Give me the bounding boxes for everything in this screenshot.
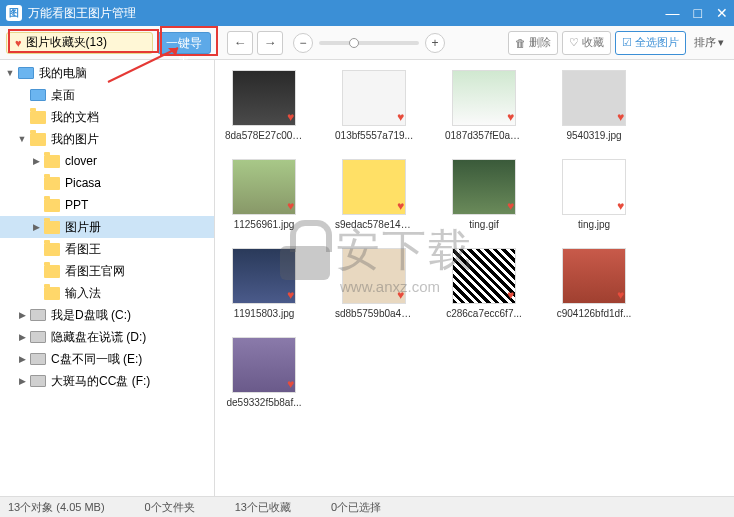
forward-button[interactable]: → (257, 31, 283, 55)
tree-arrow-icon[interactable]: ▶ (16, 376, 28, 386)
thumbnail-item-3[interactable]: ♥9540319.jpg (555, 70, 633, 141)
thumbnail-image[interactable]: ♥ (232, 337, 296, 393)
tree-arrow-icon[interactable]: ▶ (30, 156, 42, 166)
tree-item-label: 看图王官网 (65, 263, 125, 280)
thumbnail-item-4[interactable]: ♥11256961.jpg (225, 159, 303, 230)
thumbnail-item-0[interactable]: ♥8da578E27c00b... (225, 70, 303, 141)
folder-icon (30, 111, 46, 124)
heart-badge-icon: ♥ (397, 199, 404, 213)
thumbnail-label: ting.jpg (555, 219, 633, 230)
zoom-in-button[interactable]: + (425, 33, 445, 53)
tree-item-label: 图片册 (65, 219, 101, 236)
zoom-slider[interactable] (319, 41, 419, 45)
tree-item-7[interactable]: ▶图片册 (0, 216, 214, 238)
folder-icon (44, 155, 60, 168)
tree-item-label: C盘不同一哦 (E:) (51, 351, 142, 368)
thumbnail-image[interactable]: ♥ (562, 159, 626, 215)
thumbnail-image[interactable]: ♥ (562, 70, 626, 126)
thumbnail-item-8[interactable]: ♥11915803.jpg (225, 248, 303, 319)
thumbnail-image[interactable]: ♥ (452, 159, 516, 215)
thumbnail-label: de59332f5b8af... (225, 397, 303, 408)
check-icon: ☑ (622, 36, 632, 49)
tree-arrow-icon[interactable]: ▼ (16, 134, 28, 144)
tree-item-6[interactable]: PPT (0, 194, 214, 216)
tree-item-12[interactable]: ▶隐藏盘在说谎 (D:) (0, 326, 214, 348)
thumbnail-item-5[interactable]: ♥s9edac578e144... (335, 159, 413, 230)
thumbnail-item-11[interactable]: ♥c904126bfd1df... (555, 248, 633, 319)
window-controls: — □ ✕ (666, 5, 728, 21)
zoom-out-button[interactable]: − (293, 33, 313, 53)
thumbnail-image[interactable]: ♥ (452, 70, 516, 126)
tree-item-3[interactable]: ▼我的图片 (0, 128, 214, 150)
tree-arrow-icon[interactable]: ▼ (4, 68, 16, 78)
tree-arrow-icon[interactable]: ▶ (16, 332, 28, 342)
thumbnail-image[interactable]: ♥ (562, 248, 626, 304)
heart-badge-icon: ♥ (507, 199, 514, 213)
trash-icon: 🗑 (515, 37, 526, 49)
thumbnail-item-6[interactable]: ♥ting.gif (445, 159, 523, 230)
thumbnail-image[interactable]: ♥ (342, 159, 406, 215)
thumbnail-image[interactable]: ♥ (232, 248, 296, 304)
thumbnail-item-1[interactable]: ♥013bf5557a719... (335, 70, 413, 141)
chevron-down-icon: ▾ (718, 36, 724, 49)
tree-item-label: clover (65, 154, 97, 168)
thumbnail-label: 013bf5557a719... (335, 130, 413, 141)
tree-item-label: 大斑马的CC盘 (F:) (51, 373, 150, 390)
app-icon: 图 (6, 5, 22, 21)
tree-item-4[interactable]: ▶clover (0, 150, 214, 172)
back-button[interactable]: ← (227, 31, 253, 55)
thumbnail-image[interactable]: ♥ (452, 248, 516, 304)
tree-item-0[interactable]: ▼我的电脑 (0, 62, 214, 84)
drive-icon (30, 309, 46, 321)
thumbnail-image[interactable]: ♥ (232, 159, 296, 215)
thumbnail-image[interactable]: ♥ (342, 70, 406, 126)
thumbnail-label: c904126bfd1df... (555, 308, 633, 319)
tree-item-9[interactable]: 看图王官网 (0, 260, 214, 282)
monitor-icon (30, 89, 46, 101)
statusbar: 13个对象 (4.05 MB) 0个文件夹 13个已收藏 0个已选择 (0, 496, 734, 517)
tree-arrow-icon[interactable]: ▶ (16, 354, 28, 364)
folder-icon (44, 243, 60, 256)
thumbnail-label: ting.gif (445, 219, 523, 230)
tree-item-2[interactable]: 我的文档 (0, 106, 214, 128)
tree-arrow-icon[interactable]: ▶ (30, 222, 42, 232)
favorite-button[interactable]: ♡收藏 (562, 31, 611, 55)
tree-item-label: 隐藏盘在说谎 (D:) (51, 329, 146, 346)
tree-item-10[interactable]: 输入法 (0, 282, 214, 304)
thumbnail-image[interactable]: ♥ (232, 70, 296, 126)
minimize-button[interactable]: — (666, 5, 680, 21)
folder-icon (44, 221, 60, 234)
tree-item-5[interactable]: Picasa (0, 172, 214, 194)
tree-arrow-icon[interactable]: ▶ (16, 310, 28, 320)
tree-item-8[interactable]: 看图王 (0, 238, 214, 260)
heart-badge-icon: ♥ (287, 199, 294, 213)
thumbnail-item-10[interactable]: ♥c286ca7ecc6f7... (445, 248, 523, 319)
thumbnail-label: 0187d357fE0ad... (445, 130, 523, 141)
tree-item-11[interactable]: ▶我是D盘哦 (C:) (0, 304, 214, 326)
content-area: ▼我的电脑桌面我的文档▼我的图片▶cloverPicasaPPT▶图片册看图王看… (0, 60, 734, 496)
maximize-button[interactable]: □ (694, 5, 702, 21)
status-favorited: 13个已收藏 (235, 500, 291, 515)
window-title: 万能看图王图片管理 (28, 5, 666, 22)
heart-badge-icon: ♥ (507, 288, 514, 302)
select-all-button[interactable]: ☑全选图片 (615, 31, 686, 55)
export-button[interactable]: 一键导出 (157, 32, 211, 54)
thumbnail-item-12[interactable]: ♥de59332f5b8af... (225, 337, 303, 408)
tree-item-1[interactable]: 桌面 (0, 84, 214, 106)
favorites-pill[interactable]: ♥ 图片收藏夹(13) (6, 32, 153, 54)
thumbnail-item-9[interactable]: ♥sd8b5759b0a46... (335, 248, 413, 319)
delete-button[interactable]: 🗑删除 (508, 31, 558, 55)
tree-item-13[interactable]: ▶C盘不同一哦 (E:) (0, 348, 214, 370)
thumbnail-image[interactable]: ♥ (342, 248, 406, 304)
sort-button[interactable]: 排序▾ (690, 33, 728, 52)
drive-icon (30, 353, 46, 365)
close-button[interactable]: ✕ (716, 5, 728, 21)
status-folders: 0个文件夹 (145, 500, 195, 515)
thumbnail-item-7[interactable]: ♥ting.jpg (555, 159, 633, 230)
heart-badge-icon: ♥ (617, 199, 624, 213)
status-count: 13个对象 (4.05 MB) (8, 500, 105, 515)
slider-handle[interactable] (349, 38, 359, 48)
tree-item-14[interactable]: ▶大斑马的CC盘 (F:) (0, 370, 214, 392)
tree-item-label: 看图王 (65, 241, 101, 258)
thumbnail-item-2[interactable]: ♥0187d357fE0ad... (445, 70, 523, 141)
